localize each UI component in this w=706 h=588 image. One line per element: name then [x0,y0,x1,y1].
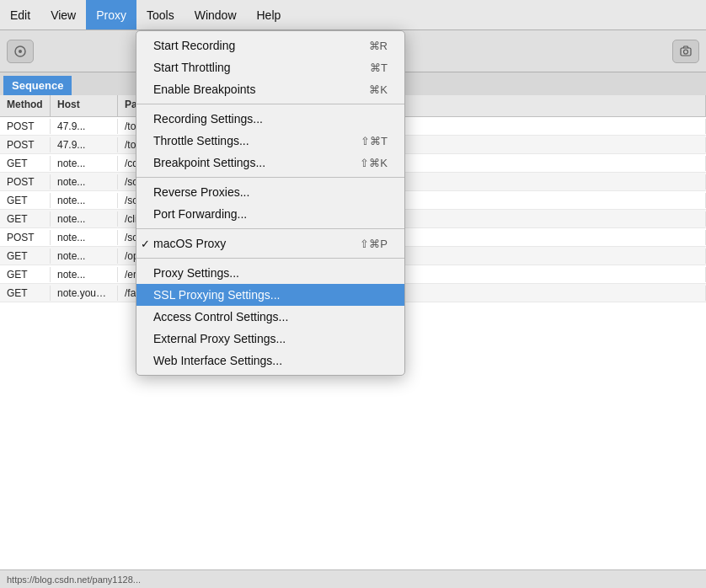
toolbar-icon-1 [13,45,27,58]
menu-item-reverse-proxies[interactable]: Reverse Proxies... [136,181,404,203]
cell-host: note.youdao.com [51,286,118,301]
menu-item-label: macOS Proxy [153,237,226,250]
col-header-method: Method [0,95,51,116]
menu-item-shortcut: ⇧⌘T [361,135,388,147]
menu-item-label: Access Control Settings... [153,310,288,323]
menu-item-proxy-settings[interactable]: Proxy Settings... [136,262,404,284]
menu-item-enable-breakpoints[interactable]: Enable Breakpoints⌘K [136,78,404,100]
cell-host: note... [51,249,118,264]
cell-method: GET [0,249,51,264]
menu-item-shortcut: ⌘T [370,61,388,74]
cell-method: POST [0,119,51,134]
menu-item-external-proxy-settings[interactable]: External Proxy Settings... [136,328,404,350]
menu-separator [136,104,404,104]
svg-point-3 [684,50,688,54]
checkmark-icon: ✓ [141,238,150,250]
cell-method: GET [0,286,51,301]
menu-item-shortcut: ⇧⌘K [360,157,388,169]
menu-item-access-control-settings[interactable]: Access Control Settings... [136,306,404,328]
menu-item-label: Web Interface Settings... [153,354,282,367]
svg-point-1 [19,50,22,53]
cell-host: note... [51,174,118,190]
cell-method: POST [0,230,51,245]
menu-item-shortcut: ⇧⌘P [360,238,388,250]
menu-separator [136,258,404,259]
menu-item-start-throttling[interactable]: Start Throttling⌘T [136,56,404,78]
cell-host: 47.9... [51,137,118,152]
sequence-tab[interactable]: Sequence [3,76,72,95]
menu-tools[interactable]: Tools [136,0,185,29]
cell-method: GET [0,193,51,208]
menubar: Edit View Proxy Tools Window Help [0,0,706,30]
col-header-host: Host [51,95,118,116]
menu-item-breakpoint-settings[interactable]: Breakpoint Settings...⇧⌘K [136,152,404,174]
menu-edit[interactable]: Edit [0,0,40,29]
menu-item-recording-settings[interactable]: Recording Settings... [136,108,404,130]
menu-item-shortcut: ⌘R [369,40,388,52]
menu-item-port-forwarding[interactable]: Port Forwarding... [136,203,404,225]
cell-host: note... [51,193,118,208]
cell-method: POST [0,137,51,152]
proxy-dropdown-menu: Start Recording⌘RStart Throttling⌘TEnabl… [136,30,405,376]
menu-item-label: Enable Breakpoints [153,83,255,96]
status-bar: https://blog.csdn.net/pany1128... [0,569,706,588]
menu-item-start-recording[interactable]: Start Recording⌘R [136,35,404,56]
menu-separator [136,228,404,229]
cell-host: note... [51,211,118,227]
menu-item-label: Proxy Settings... [153,266,239,280]
menu-separator [136,177,404,178]
menu-item-label: Recording Settings... [153,112,263,126]
cell-method: GET [0,211,51,227]
toolbar-btn-camera[interactable] [672,40,699,63]
menu-item-label: Start Recording [153,39,235,52]
menu-item-label: Port Forwarding... [153,207,247,221]
cell-host: note... [51,156,118,171]
menu-item-label: Breakpoint Settings... [153,156,265,169]
menu-item-label: Reverse Proxies... [153,185,249,199]
menu-proxy[interactable]: Proxy [86,0,136,29]
cell-host: note... [51,267,118,282]
cell-method: GET [0,267,51,282]
toolbar-btn-1[interactable] [7,40,34,63]
cell-host: note... [51,230,118,245]
cell-method: GET [0,156,51,171]
menu-item-macos-proxy[interactable]: ✓macOS Proxy⇧⌘P [136,233,404,254]
menu-item-throttle-settings[interactable]: Throttle Settings...⇧⌘T [136,130,404,152]
menu-item-label: Start Throttling [153,61,231,74]
menu-item-label: Throttle Settings... [153,134,249,147]
menu-item-ssl-proxying-settings[interactable]: SSL Proxying Settings... [136,284,404,306]
status-text: https://blog.csdn.net/pany1128... [7,575,141,585]
menu-view[interactable]: View [40,0,86,29]
cell-host: 47.9... [51,119,118,134]
menu-item-shortcut: ⌘K [369,83,388,96]
camera-icon [679,45,693,58]
menu-window[interactable]: Window [185,0,247,29]
cell-method: POST [0,174,51,190]
menu-item-label: SSL Proxying Settings... [153,288,280,302]
menu-help[interactable]: Help [247,0,291,29]
svg-rect-2 [681,48,691,56]
menu-item-web-interface-settings[interactable]: Web Interface Settings... [136,350,404,372]
menu-item-label: External Proxy Settings... [153,332,286,345]
